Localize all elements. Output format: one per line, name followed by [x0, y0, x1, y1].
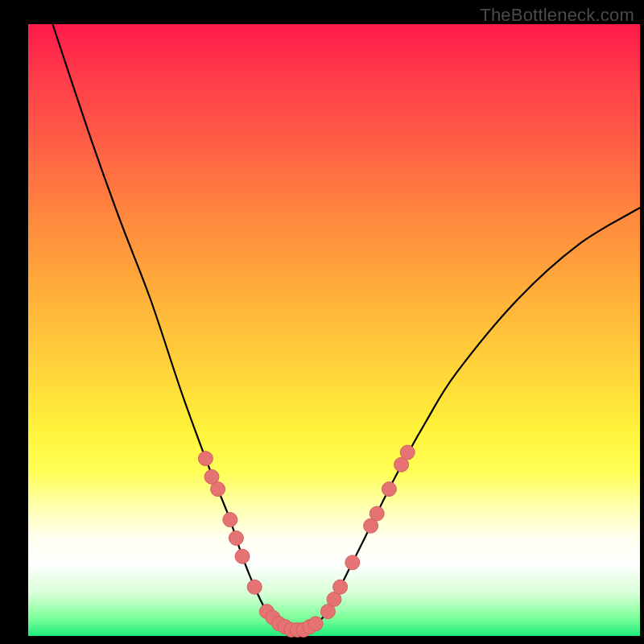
watermark-text: TheBottleneck.com — [480, 5, 634, 26]
marker-dot — [308, 617, 323, 631]
marker-dot — [198, 452, 213, 466]
marker-dot — [223, 513, 237, 527]
marker-dot — [235, 549, 250, 564]
chart-frame: TheBottleneck.com — [0, 0, 644, 644]
curve-svg — [28, 24, 640, 636]
marker-dot — [333, 580, 348, 594]
marker-dot — [400, 445, 415, 460]
plot-area — [28, 24, 640, 636]
marker-dot — [229, 530, 243, 545]
marker-dot — [382, 482, 396, 497]
marker-dot — [247, 580, 262, 594]
curve-markers — [198, 445, 415, 637]
marker-dot — [369, 506, 384, 521]
marker-dot — [345, 555, 360, 570]
marker-dot — [211, 482, 225, 497]
bottleneck-curve — [52, 24, 640, 630]
